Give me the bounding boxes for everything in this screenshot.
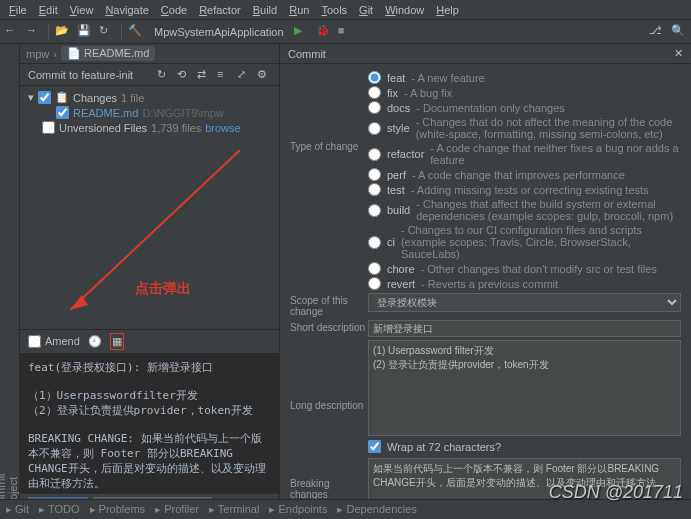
breadcrumb: mpw › 📄 README.md	[20, 44, 279, 64]
watermark: CSDN @201711	[549, 482, 683, 503]
annotation-text: 点击弹出	[135, 280, 191, 298]
breadcrumb-root[interactable]: mpw	[26, 48, 49, 60]
debug-icon[interactable]: 🐞	[316, 24, 332, 40]
tool-terminal[interactable]: ▸ Terminal	[209, 503, 259, 516]
type-ci[interactable]: ci - Changes to our CI configuration fil…	[368, 224, 681, 260]
commit-tool[interactable]: Commit	[0, 82, 7, 511]
message-toolbar: Amend 🕘 ▦	[20, 330, 279, 354]
menu-refactor[interactable]: Refactor	[194, 2, 246, 18]
menu-help[interactable]: Help	[431, 2, 464, 18]
type-revert[interactable]: revert - Reverts a previous commit	[368, 277, 681, 290]
commit-dialog: Commit ✕ Type of change feat - A new fea…	[280, 44, 691, 519]
search-icon[interactable]: 🔍	[671, 24, 687, 40]
expand-icon[interactable]: ⤢	[237, 68, 251, 82]
commit-message-input[interactable]: feat(登录授权接口): 新增登录接口 （1）Userpasswordfilt…	[20, 354, 279, 494]
refresh-icon[interactable]: ↻	[157, 68, 171, 82]
changes-node[interactable]: ▾ 📋 Changes 1 file	[28, 90, 271, 105]
menu-file[interactable]: File	[4, 2, 32, 18]
commit-message-area: Amend 🕘 ▦ feat(登录授权接口): 新增登录接口 （1）Userpa…	[20, 329, 279, 520]
short-desc-input[interactable]	[368, 320, 681, 337]
wrap-checkbox[interactable]: Wrap at 72 characters?	[368, 440, 681, 453]
menu-navigate[interactable]: Navigate	[100, 2, 153, 18]
amend-checkbox[interactable]: Amend	[28, 335, 80, 348]
dialog-title: Commit	[288, 48, 326, 60]
close-icon[interactable]: ✕	[674, 47, 683, 60]
long-label: Long description	[290, 340, 368, 411]
project-tool[interactable]: Project	[7, 82, 19, 511]
menu-git[interactable]: Git	[354, 2, 378, 18]
template-button[interactable]: ▦	[110, 333, 124, 350]
changes-tree: ▾ 📋 Changes 1 file README.md D:\NGGIT9\m…	[20, 86, 279, 139]
tool-profiler[interactable]: ▸ Profiler	[155, 503, 199, 516]
diff-icon[interactable]: ⇄	[197, 68, 211, 82]
long-desc-input[interactable]: (1) Userpassword filter开发 (2) 登录让负责提供pro…	[368, 340, 681, 436]
menu-code[interactable]: Code	[156, 2, 192, 18]
type-build[interactable]: build - Changes that affect the build sy…	[368, 198, 681, 222]
save-icon[interactable]: 💾	[77, 24, 93, 40]
changelist-icon[interactable]: ≡	[217, 68, 231, 82]
menu-edit[interactable]: Edit	[34, 2, 63, 18]
menu-tools[interactable]: Tools	[316, 2, 352, 18]
scope-select[interactable]: 登录授权模块	[368, 293, 681, 312]
type-label: Type of change	[290, 71, 368, 152]
commit-title: Commit to feature-init	[28, 69, 133, 81]
type-feat[interactable]: feat - A new feature	[368, 71, 681, 84]
toolbar: ← → 📂 💾 ↻ 🔨 MpwSystemApiApplication ▶ 🐞 …	[0, 20, 691, 44]
type-fix[interactable]: fix - A bug fix	[368, 86, 681, 99]
type-refactor[interactable]: refactor - A code change that neither fi…	[368, 142, 681, 166]
menu-build[interactable]: Build	[248, 2, 282, 18]
unversioned-node[interactable]: Unversioned Files 1,739 files browse	[28, 120, 271, 135]
template-icon: ▦	[112, 335, 122, 348]
type-test[interactable]: test - Adding missing tests or correctin…	[368, 183, 681, 196]
stop-icon[interactable]: ■	[338, 24, 354, 40]
type-perf[interactable]: perf - A code change that improves perfo…	[368, 168, 681, 181]
gear-icon[interactable]: ⚙	[257, 68, 271, 82]
menu-window[interactable]: Window	[380, 2, 429, 18]
menu-run[interactable]: Run	[284, 2, 314, 18]
history-icon[interactable]: 🕘	[88, 335, 102, 348]
forward-icon[interactable]: →	[26, 24, 42, 40]
tool-git[interactable]: ▸ Git	[6, 503, 29, 516]
rollback-icon[interactable]: ⟲	[177, 68, 191, 82]
file-row[interactable]: README.md D:\NGGIT9\mpw	[28, 105, 271, 120]
back-icon[interactable]: ←	[4, 24, 20, 40]
tool-todo[interactable]: ▸ TODO	[39, 503, 79, 516]
run-icon[interactable]: ▶	[294, 24, 310, 40]
type-chore[interactable]: chore - Other changes that don't modify …	[368, 262, 681, 275]
commit-header: Commit to feature-init ↻ ⟲ ⇄ ≡ ⤢ ⚙	[20, 64, 279, 86]
type-docs[interactable]: docs - Documentation only changes	[368, 101, 681, 114]
tool-endpoints[interactable]: ▸ Endpoints	[269, 503, 327, 516]
hammer-icon[interactable]: 🔨	[128, 24, 144, 40]
breaking-label: Breaking changes	[290, 458, 368, 500]
tool-problems[interactable]: ▸ Problems	[90, 503, 146, 516]
menu-bar: FileEditViewNavigateCodeRefactorBuildRun…	[0, 0, 691, 20]
short-label: Short description	[290, 320, 368, 333]
refresh-icon[interactable]: ↻	[99, 24, 115, 40]
menu-view[interactable]: View	[65, 2, 99, 18]
open-icon[interactable]: 📂	[55, 24, 71, 40]
run-config[interactable]: MpwSystemApiApplication	[150, 26, 288, 38]
dialog-titlebar: Commit ✕	[280, 44, 691, 64]
editor-tab[interactable]: 📄 README.md	[61, 46, 155, 61]
scope-label: Scope of this change	[290, 293, 368, 317]
type-radios: feat - A new feature fix - A bug fix doc…	[368, 71, 681, 290]
left-tool-gutter: Project Commit Structure Favorites	[0, 44, 20, 519]
tool-dependencies[interactable]: ▸ Dependencies	[337, 503, 416, 516]
git-icon[interactable]: ⎇	[649, 24, 665, 40]
type-style[interactable]: style - Changes that do not affect the m…	[368, 116, 681, 140]
